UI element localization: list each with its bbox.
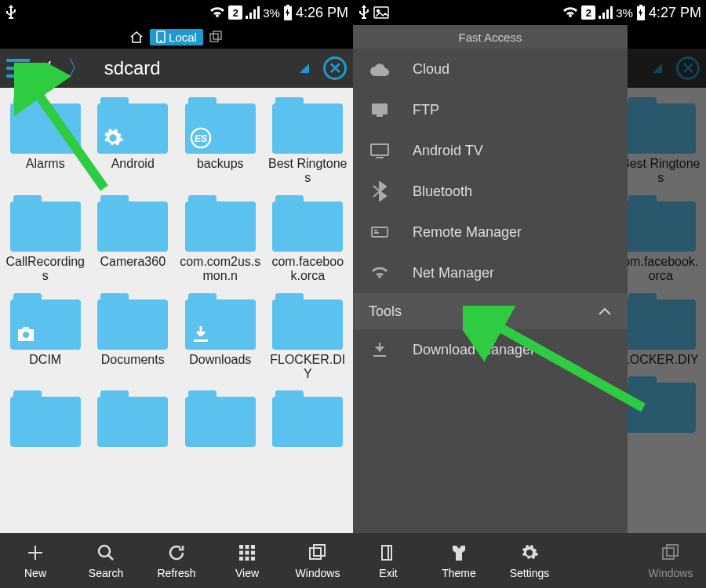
nav-theme[interactable]: Theme: [424, 533, 494, 588]
drawer-item-remote-manager[interactable]: Remote Manager: [353, 212, 628, 252]
nav-view[interactable]: View: [212, 533, 282, 588]
tab-local-label: Local: [169, 31, 197, 44]
folder-item[interactable]: FLOCKER.DIY: [266, 290, 351, 385]
nav-windows[interactable]: Windows: [282, 533, 353, 588]
path-current[interactable]: sdcard: [96, 57, 169, 79]
folder-item[interactable]: [91, 387, 176, 450]
svg-rect-28: [663, 548, 674, 559]
folder-item[interactable]: LOCKER.DIY: [619, 290, 704, 370]
svg-rect-29: [667, 545, 678, 556]
svg-rect-26: [372, 227, 388, 237]
nav-refresh[interactable]: Refresh: [141, 533, 212, 588]
folder-item[interactable]: Camera360: [91, 192, 176, 287]
close-icon[interactable]: ✕: [676, 56, 700, 80]
drawer-item-bluetooth[interactable]: Bluetooth: [353, 171, 628, 212]
tab-local[interactable]: Local: [150, 29, 203, 45]
svg-point-6: [23, 332, 29, 338]
dropdown-corner-icon[interactable]: [300, 64, 309, 73]
folder-label: CallRecordings: [5, 255, 86, 284]
nav-windows[interactable]: Windows: [635, 533, 706, 588]
folder-item[interactable]: Android: [91, 94, 176, 189]
hamburger-menu-icon[interactable]: [6, 59, 30, 78]
nav-exit[interactable]: Exit: [353, 533, 424, 588]
image-icon: [373, 6, 389, 19]
drawer-item-android-tv[interactable]: Android TV: [353, 130, 628, 171]
folder-item[interactable]: Alarms: [3, 94, 88, 189]
home-icon[interactable]: [129, 31, 144, 43]
folder-icon: [10, 293, 81, 350]
svg-rect-7: [194, 339, 208, 342]
tabs-row: Local: [0, 25, 353, 49]
folder-item[interactable]: ES backups: [178, 94, 263, 189]
folder-item[interactable]: [619, 373, 704, 439]
folder-icon: [185, 293, 256, 350]
svg-rect-23: [372, 103, 388, 114]
drawer-item-ftp[interactable]: FTP: [353, 89, 628, 130]
folder-item[interactable]: DCIM: [3, 290, 88, 385]
signal-icon: [246, 6, 260, 19]
drawer-section-tools[interactable]: Tools: [353, 293, 628, 329]
status-bar: 2 3% 4:26 PM: [0, 0, 353, 25]
folder-icon: [97, 97, 168, 154]
folder-item[interactable]: Best Ringtones: [266, 94, 351, 189]
nav-new[interactable]: New: [0, 533, 71, 588]
folder-icon: [272, 293, 343, 350]
folder-label: LOCKER.DIY: [623, 353, 699, 367]
phone-left: 2 3% 4:26 PM Local / 〉 sdcard ✕: [0, 0, 353, 588]
folder-label: Best Ringtones: [620, 157, 702, 186]
svg-rect-14: [251, 551, 255, 555]
drawer-item-net-manager[interactable]: Net Manager: [353, 252, 628, 293]
folder-item[interactable]: [266, 387, 351, 450]
svg-point-8: [99, 546, 110, 557]
folder-label: Documents: [101, 353, 165, 367]
windows-small-icon[interactable]: [209, 31, 224, 43]
drawer-item-download-manager[interactable]: Download Manager: [353, 329, 628, 370]
nav-drawer: Fast Access Cloud FTP Android TV Bluetoo…: [353, 25, 628, 533]
folder-icon: [185, 195, 256, 252]
wifi-tool-icon: [369, 262, 391, 284]
folder-label: com.facebook.orca: [267, 255, 349, 284]
svg-rect-25: [371, 144, 388, 155]
svg-rect-24: [377, 114, 383, 117]
folder-icon: [97, 293, 168, 350]
status-bar: 2 3% 4:27 PM: [353, 0, 706, 25]
clock: 4:26 PM: [296, 5, 348, 21]
folder-item[interactable]: Documents: [91, 290, 176, 385]
drawer-title: Fast Access: [353, 25, 628, 49]
battery-percent: 3%: [616, 6, 633, 20]
svg-point-1: [160, 40, 162, 42]
path-root[interactable]: /: [38, 57, 59, 79]
chevron-up-icon: [598, 307, 612, 316]
svg-rect-19: [314, 545, 325, 556]
folder-grid: Alarms Android ES backups Best Ringtones…: [0, 88, 353, 549]
folder-label: Camera360: [100, 255, 166, 269]
remote-icon: [369, 221, 391, 243]
usb-icon: [5, 5, 17, 20]
folder-label: om.facebook.orca: [620, 255, 702, 284]
nav-search[interactable]: Search: [71, 533, 141, 588]
folder-icon: [10, 195, 81, 252]
svg-rect-11: [251, 545, 255, 549]
folder-label: Alarms: [26, 157, 65, 171]
svg-rect-17: [251, 557, 255, 561]
svg-rect-27: [382, 546, 391, 560]
folder-item[interactable]: CallRecordings: [3, 192, 88, 287]
close-icon[interactable]: ✕: [323, 56, 347, 80]
folder-item[interactable]: com.facebook.orca: [266, 192, 351, 287]
svg-point-22: [377, 10, 380, 13]
folder-item[interactable]: [3, 387, 88, 450]
folder-item[interactable]: [178, 387, 263, 450]
folder-item[interactable]: com.com2us.smon.n: [178, 192, 263, 287]
folder-label: Downloads: [189, 353, 251, 367]
nav-settings[interactable]: Settings: [494, 533, 565, 588]
nav-row: / 〉 sdcard ✕: [0, 49, 353, 88]
wifi-icon: [209, 6, 225, 19]
download-icon: [190, 323, 212, 345]
folder-item[interactable]: Downloads: [178, 290, 263, 385]
folder-icon: [625, 97, 696, 154]
folder-item[interactable]: om.facebook.orca: [619, 192, 704, 287]
drawer-item-cloud[interactable]: Cloud: [353, 49, 628, 89]
svg-rect-12: [239, 551, 243, 555]
folder-item[interactable]: Best Ringtones: [619, 94, 704, 189]
clock: 4:27 PM: [649, 5, 701, 21]
